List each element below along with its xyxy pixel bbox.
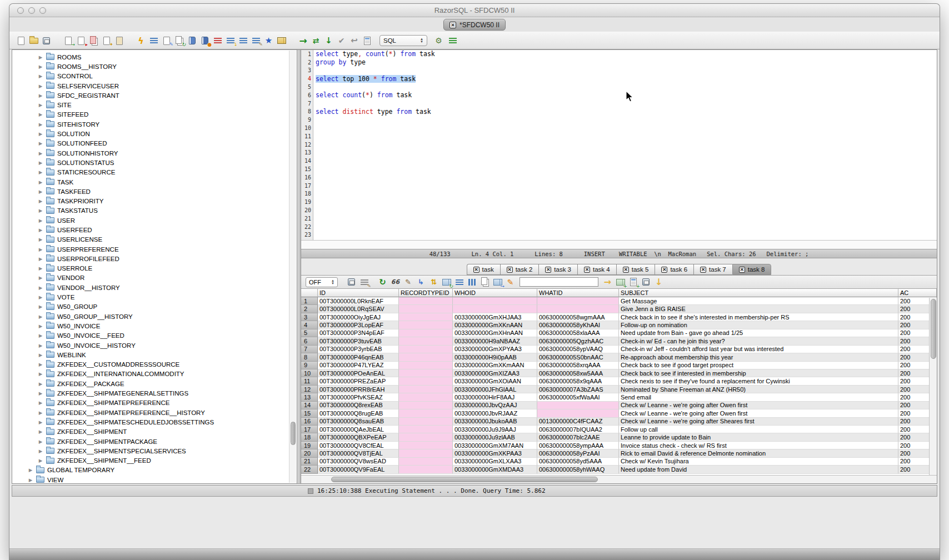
grid-cell[interactable]: 0033000000H9aNBAAZ [453, 337, 537, 345]
disclosure-triangle-icon[interactable]: ▶ [38, 227, 43, 233]
execute-lightning-icon[interactable]: ϟ [135, 34, 147, 47]
grid-cell[interactable]: 0033000000GmXIZAA3 [453, 369, 537, 377]
grid-null-cell[interactable] [399, 321, 453, 329]
grid-cell[interactable]: 00T3000000P3N4pEAF [318, 329, 399, 337]
grid-cell[interactable]: 00T3000000P3LopEAF [318, 321, 399, 329]
grid-corner-header[interactable] [301, 289, 318, 297]
disclosure-triangle-icon[interactable]: ▶ [38, 381, 43, 387]
grid-cell[interactable]: 006300000058yd5AAA [537, 458, 619, 466]
grid-null-cell[interactable] [537, 409, 619, 417]
disclosure-triangle-icon[interactable]: ▶ [38, 83, 43, 89]
disclosure-triangle-icon[interactable]: ▶ [38, 343, 43, 348]
editor-hscrollbar[interactable] [301, 240, 937, 249]
result-tab-task-6[interactable]: ✕task 6 [655, 264, 693, 275]
tree-item-w50-group[interactable]: ▶W50_GROUP [12, 302, 297, 312]
grid-null-cell[interactable] [399, 377, 453, 385]
grid-cell[interactable]: 00T3000000QAeJbEAL [318, 426, 399, 433]
grid-null-cell[interactable] [399, 369, 453, 377]
tree-item-weblink[interactable]: ▶WEBLINK [12, 350, 297, 359]
tree-item-zkfedex-shipment-feed[interactable]: ▶ZKFEDEX__SHIPMENT__FEED [12, 456, 297, 465]
disclosure-triangle-icon[interactable]: ▶ [38, 362, 43, 367]
result-tab-task-2[interactable]: ✕task 2 [500, 264, 539, 275]
disclosure-triangle-icon[interactable]: ▶ [38, 93, 43, 98]
new-file-icon[interactable] [15, 34, 27, 47]
grid-cell[interactable]: Check w/ Leanne - we're going after Shea… [619, 418, 898, 426]
tree-item-solutionhistory[interactable]: ▶SOLUTIONHISTORY [12, 148, 297, 158]
grid-cell[interactable]: Rick to email David & reference Delmonte… [619, 449, 898, 457]
copy-file-icon[interactable] [88, 34, 99, 47]
grid-search-input[interactable] [520, 277, 598, 287]
grid-cell[interactable]: Check back to see if interested in membe… [619, 369, 898, 377]
grid-cell[interactable]: 00T3000000L0RknEAF [318, 297, 399, 305]
grid-null-cell[interactable] [399, 353, 453, 361]
grid-cell[interactable]: Check w/ Kevin Tsujihara [619, 458, 898, 466]
disclosure-triangle-icon[interactable]: ▶ [38, 189, 43, 194]
editor-line[interactable]: 11 [301, 132, 937, 141]
grid-null-cell[interactable] [399, 433, 453, 441]
tree-item-staticresource[interactable]: ▶STATICRESOURCE [12, 168, 297, 177]
disclosure-triangle-icon[interactable]: ▶ [38, 198, 43, 204]
grid-null-cell[interactable] [399, 442, 453, 449]
grid-null-cell[interactable] [399, 458, 453, 466]
tree-item-zkfedex-package[interactable]: ▶ZKFEDEX__PACKAGE [12, 379, 297, 388]
tree-item-userprofilefeed[interactable]: ▶USERPROFILEFEED [12, 254, 297, 263]
grid-cell[interactable]: Invoice status check - check w/ RS first [619, 442, 898, 449]
list-red-icon[interactable] [212, 34, 223, 47]
grid-cell[interactable]: 0033000000JbvRJAAZ [453, 409, 537, 417]
grid-cell[interactable]: 00T3000000Q8sauEAB [318, 418, 399, 426]
grid-null-cell[interactable] [399, 386, 453, 393]
list-edit-icon[interactable]: ✎ [250, 34, 262, 47]
table-refresh-icon[interactable]: + [615, 276, 626, 288]
grid-column-header-ac[interactable]: AC [898, 289, 937, 297]
book-icon[interactable] [186, 34, 198, 47]
tree-item-site[interactable]: ▶SITE [12, 100, 297, 109]
disclosure-triangle-icon[interactable]: ▶ [38, 266, 43, 271]
grid-row-header[interactable]: 12 [301, 386, 318, 393]
go-search-icon[interactable]: → [602, 276, 613, 288]
result-tab-task-3[interactable]: ✕task 3 [538, 264, 577, 275]
tree-item-zkfedex-shipmentspecialservices[interactable]: ▶ZKFEDEX__SHIPMENTSPECIALSERVICES [12, 446, 297, 456]
tree-item-taskpriority[interactable]: ▶TASKPRIORITY [12, 196, 297, 206]
grid-null-cell[interactable] [399, 393, 453, 401]
grid-cell[interactable]: 00T3000000QV8wsEAD [318, 458, 399, 466]
list-blue-icon[interactable] [237, 34, 249, 47]
grid-cell[interactable]: Get Massage [619, 297, 898, 305]
tree-item-w50-invoice-feed[interactable]: ▶W50_INVOICE__FEED [12, 331, 297, 341]
grid-cell[interactable]: Need update from Bain - gave go ahead 1/… [619, 329, 898, 337]
tree-item-zkfedex-shipmategeneralsettings[interactable]: ▶ZKFEDEX__SHIPMATEGENERALSETTINGS [12, 388, 297, 398]
insert-branch-icon[interactable]: ↳ [415, 276, 427, 288]
tree-item-vote[interactable]: ▶VOTE [12, 292, 297, 302]
max-rows-select[interactable]: OFF ▲▼ [306, 277, 338, 287]
grid-null-cell[interactable] [399, 418, 453, 426]
grid-cell[interactable]: 00T3000000P47LYEAZ [318, 362, 399, 369]
tree-item-userfeed[interactable]: ▶USERFEED [12, 225, 297, 234]
grid-cell[interactable]: 006300000058wgmAAA [537, 313, 619, 321]
open-file-icon[interactable] [28, 34, 39, 47]
refresh-results-icon[interactable]: ↻ [377, 276, 388, 288]
grid-null-cell[interactable] [399, 313, 453, 321]
grid-row-header[interactable]: 8 [301, 353, 318, 361]
close-tab-icon[interactable]: ✕ [545, 267, 551, 273]
grid-vscrollbar[interactable] [929, 298, 937, 475]
grid-cell[interactable]: Check w/ Leanne - we're going after Owen… [619, 402, 898, 409]
tree-item-rooms[interactable]: ▶ROOMS [12, 52, 297, 62]
grid-null-cell[interactable] [399, 329, 453, 337]
editor-line[interactable]: 19 [301, 198, 937, 206]
disclosure-triangle-icon[interactable]: ▶ [38, 256, 43, 262]
tree-item-view[interactable]: ▶VIEW [12, 475, 297, 484]
grid-cell[interactable]: Follow-up on nomination [619, 321, 898, 329]
grid-null-cell[interactable] [399, 362, 453, 369]
grid-row-header[interactable]: 15 [301, 409, 318, 417]
grid-null-cell[interactable] [537, 402, 619, 409]
grid-row-header[interactable]: 9 [301, 362, 318, 369]
connections-gears-icon[interactable]: ⚙ [433, 34, 444, 47]
grid-cell[interactable]: 006300000058ypVAAQ [537, 346, 619, 353]
grid-cell[interactable]: 0033000000GmXLXAA3 [453, 458, 537, 466]
grid-null-cell[interactable] [399, 409, 453, 417]
grid-cell[interactable]: 0033000000H9i0pAAB [453, 353, 537, 361]
editor-line[interactable]: 2group by type [301, 58, 937, 67]
list-export-icon[interactable]: ↴ [224, 34, 236, 47]
grid-cell[interactable]: 0033000000HirF8AAJ [453, 393, 537, 401]
edit-file-icon[interactable]: ✎ [161, 34, 172, 47]
favorites-star-icon[interactable]: ★ [263, 34, 274, 47]
